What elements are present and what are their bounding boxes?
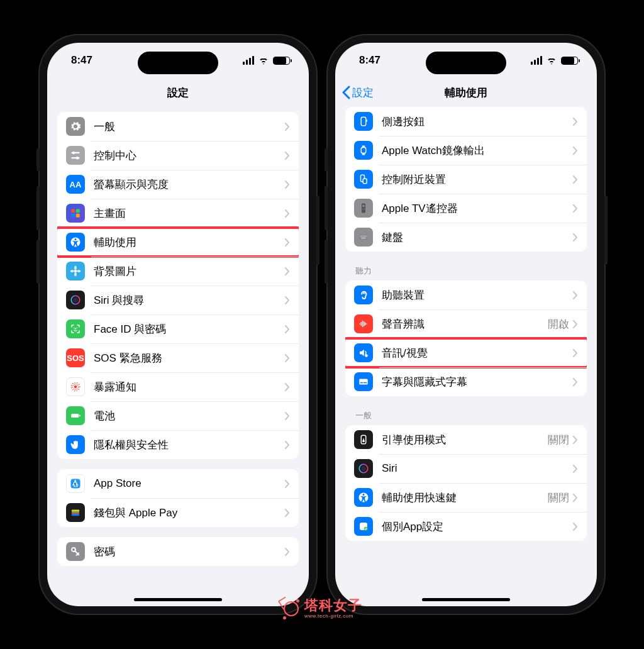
svg-rect-31 [367,119,368,122]
back-label: 設定 [352,86,374,100]
row-passwords[interactable]: 密碼 [57,537,299,566]
sliders-icon [66,146,85,165]
svg-rect-28 [72,514,79,516]
status-time: 8:47 [71,54,92,67]
faceid-icon [66,319,85,338]
appstore-icon [66,474,85,493]
chevron-right-icon [573,320,578,328]
svg-point-14 [77,270,80,272]
row-keyboards[interactable]: 鍵盤 [345,223,587,252]
cellular-icon [243,56,254,65]
screen-left: 8:47 設定 一般 控制中心 AA 螢幕顯示與亮度 主畫面 輔 [47,43,309,606]
row-faceid[interactable]: Face ID 與密碼 [57,314,299,343]
nearby-icon [354,170,373,189]
accessibility-list[interactable]: 側邊按鈕 Apple Watch鏡像輸出 控制附近裝置 Apple TV遙控器 … [335,107,597,606]
row-nearby[interactable]: 控制附近裝置 [345,165,587,194]
gear-icon [66,117,85,136]
svg-point-3 [76,157,79,160]
row-sos[interactable]: SOS SOS 緊急服務 [57,343,299,372]
waveform-icon [354,314,373,333]
chevron-right-icon [573,436,578,444]
row-audio-visual[interactable]: 音訊/視覺 [345,338,587,367]
row-privacy[interactable]: 隱私權與安全性 [57,430,299,459]
svg-point-19 [74,386,77,389]
siri-icon [354,459,373,478]
side-button-icon [354,112,373,131]
chevron-right-icon [285,509,290,517]
subtitles-icon [354,372,373,391]
chevron-right-icon [285,296,290,304]
svg-rect-5 [76,209,80,213]
svg-rect-32 [361,148,366,153]
row-subtitles[interactable]: 字幕與隱藏式字幕 [345,367,587,396]
svg-point-9 [75,238,77,240]
status-time: 8:47 [359,54,380,67]
svg-point-16 [73,297,78,302]
svg-point-39 [362,209,364,210]
row-label: 助聽裝置 [382,288,573,302]
svg-rect-42 [360,236,362,237]
row-label: 音訊/視覺 [382,346,573,360]
chevron-right-icon [285,180,290,189]
row-wallet[interactable]: 錢包與 Apple Pay [57,498,299,527]
row-label: SOS 緊急服務 [94,351,285,365]
section-header: 聽力 [345,252,587,280]
row-control-center[interactable]: 控制中心 [57,141,299,170]
row-display[interactable]: AA 螢幕顯示與亮度 [57,170,299,199]
row-wallpaper[interactable]: 背景圖片 [57,257,299,286]
row-per-app[interactable]: 個別App設定 [345,512,587,541]
guided-icon [354,430,373,449]
row-general[interactable]: 一般 [57,112,299,141]
row-battery[interactable]: 電池 [57,401,299,430]
row-label: 控制附近裝置 [382,172,573,187]
row-guided-access[interactable]: 引導使用模式 關閉 [345,425,587,454]
settings-list[interactable]: 一般 控制中心 AA 螢幕顯示與亮度 主畫面 輔助使用 背景圖片 Siri 與搜… [47,107,309,606]
row-label: 側邊按鈕 [382,114,573,129]
svg-point-2 [72,152,75,155]
chevron-right-icon [285,548,290,556]
phone-left: 8:47 設定 一般 控制中心 AA 螢幕顯示與亮度 主畫面 輔 [40,35,316,614]
row-appletv[interactable]: Apple TV遙控器 [345,194,587,223]
settings-group: 側邊按鈕 Apple Watch鏡像輸出 控制附近裝置 Apple TV遙控器 … [345,107,587,252]
svg-point-12 [74,272,77,276]
row-label: Face ID 與密碼 [94,322,285,336]
row-sound-recognition[interactable]: 聲音辨識 開啟 [345,309,587,338]
row-label: 個別App設定 [382,519,573,534]
watermark-title: 塔科女子 [304,599,362,613]
page-title: 設定 [167,86,189,100]
settings-group: 引導使用模式 關閉 Siri 輔助使用快速鍵 關閉 個別App設定 [345,425,587,541]
home-indicator[interactable] [134,598,222,601]
row-shortcut[interactable]: 輔助使用快速鍵 關閉 [345,483,587,512]
settings-group: 密碼 [57,537,299,566]
row-detail: 關閉 [548,491,569,505]
chevron-right-icon [285,480,290,488]
phone-button-volume-down [325,240,328,284]
accessibility-icon [354,488,373,507]
svg-rect-4 [71,209,75,213]
row-accessibility[interactable]: 輔助使用 [57,228,299,257]
row-siri[interactable]: Siri 與搜尋 [57,286,299,314]
row-exposure[interactable]: 暴露通知 [57,372,299,401]
chevron-right-icon [285,267,290,275]
phone-button-power [316,196,319,265]
row-appstore[interactable]: App Store [57,469,299,498]
phone-button-silence [325,148,328,171]
row-label: 字幕與隱藏式字幕 [382,375,573,389]
wallet-icon [66,503,85,522]
chevron-right-icon [285,412,290,420]
row-siri-a[interactable]: Siri [345,454,587,483]
svg-rect-41 [359,235,368,240]
chevron-right-icon [573,291,578,299]
row-hearing-devices[interactable]: 助聽裝置 [345,280,587,309]
row-side-button[interactable]: 側邊按鈕 [345,107,587,136]
chevron-right-icon [573,233,578,241]
svg-rect-51 [364,382,367,384]
home-indicator[interactable] [422,598,510,601]
back-button[interactable]: 設定 [341,78,374,107]
phone-right: 8:47 設定 輔助使用 側邊按鈕 Apple Watch鏡像輸出 控制附近裝置 [328,35,604,614]
row-watch-mirror[interactable]: Apple Watch鏡像輸出 [345,136,587,165]
svg-rect-33 [362,146,365,147]
svg-rect-7 [76,214,80,218]
row-home-screen[interactable]: 主畫面 [57,199,299,228]
ear-icon [354,286,373,304]
